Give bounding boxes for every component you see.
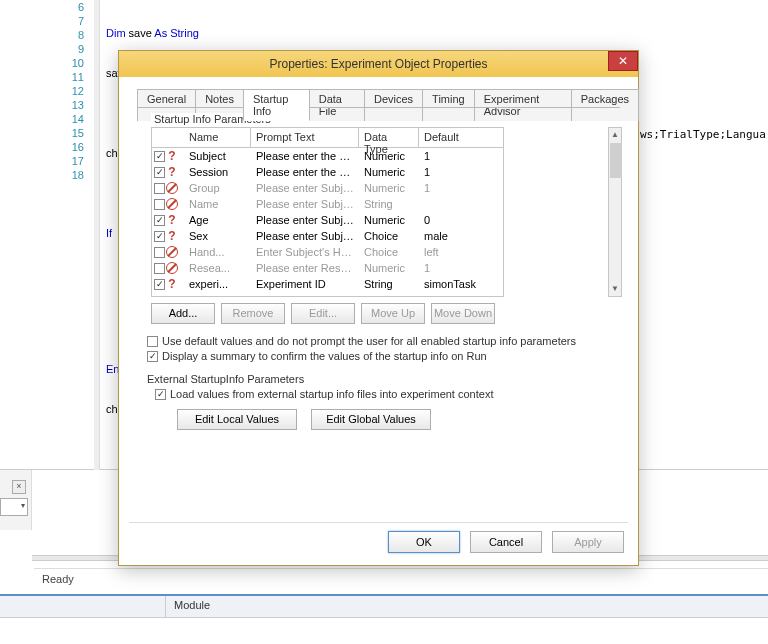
- scroll-down-icon[interactable]: ▼: [609, 282, 621, 296]
- remove-button[interactable]: Remove: [221, 303, 285, 324]
- load-external-label: Load values from external startup info f…: [170, 388, 493, 400]
- use-defaults-label: Use default values and do not prompt the…: [162, 335, 576, 347]
- list-scrollbar[interactable]: ▲ ▼: [608, 127, 622, 297]
- line-gutter: 678 91011 121314 151617 18: [52, 0, 92, 182]
- hdr-prompt[interactable]: Prompt Text: [251, 128, 359, 147]
- apply-button[interactable]: Apply: [552, 531, 624, 553]
- row-checkbox[interactable]: [154, 263, 165, 274]
- row-checkbox[interactable]: ✓: [154, 279, 165, 290]
- disabled-icon: [166, 182, 178, 194]
- panel-dropdown[interactable]: [0, 498, 28, 516]
- scroll-thumb[interactable]: [610, 143, 622, 178]
- table-row[interactable]: GroupPlease enter Subject'...Numeric1: [152, 180, 503, 196]
- table-row[interactable]: ✓?SessionPlease enter the Ses...Numeric1: [152, 164, 503, 180]
- table-row[interactable]: Hand...Enter Subject's Hand...Choiceleft: [152, 244, 503, 260]
- table-row[interactable]: ✓?SexPlease enter Subject'...Choicemale: [152, 228, 503, 244]
- table-row[interactable]: Resea...Please enter Resear...Numeric1: [152, 260, 503, 276]
- overflow-code: ws;TrialType;Langua: [640, 128, 766, 141]
- row-checkbox[interactable]: [154, 183, 165, 194]
- row-checkbox[interactable]: ✓: [154, 151, 165, 162]
- list-header: Name Prompt Text Data Type Default: [152, 128, 503, 148]
- params-list: Name Prompt Text Data Type Default ✓?Sub…: [151, 127, 504, 297]
- question-icon: ?: [166, 229, 178, 243]
- hdr-default[interactable]: Default: [419, 128, 503, 147]
- disabled-icon: [166, 198, 178, 210]
- cancel-button[interactable]: Cancel: [470, 531, 542, 553]
- bottom-col-module[interactable]: Module: [165, 596, 218, 618]
- display-summary-checkbox[interactable]: ✓: [147, 351, 158, 362]
- question-icon: ?: [166, 277, 178, 291]
- scroll-up-icon[interactable]: ▲: [609, 128, 621, 142]
- use-defaults-checkbox[interactable]: [147, 336, 158, 347]
- table-row[interactable]: ✓?experi...Experiment IDStringsimonTask: [152, 276, 503, 292]
- table-row[interactable]: ✓?AgePlease enter Subject'...Numeric0: [152, 212, 503, 228]
- close-button[interactable]: ✕: [608, 51, 638, 71]
- display-summary-label: Display a summary to confirm the values …: [162, 350, 487, 362]
- hdr-name[interactable]: Name: [184, 128, 251, 147]
- edit-button[interactable]: Edit...: [291, 303, 355, 324]
- disabled-icon: [166, 246, 178, 258]
- bottom-pane: Module: [0, 594, 768, 644]
- row-checkbox[interactable]: [154, 247, 165, 258]
- dialog-titlebar[interactable]: Properties: Experiment Object Properties…: [119, 51, 638, 77]
- question-icon: ?: [166, 149, 178, 163]
- question-icon: ?: [166, 165, 178, 179]
- dialog-title: Properties: Experiment Object Properties: [269, 57, 487, 71]
- properties-dialog: Properties: Experiment Object Properties…: [118, 50, 639, 566]
- question-icon: ?: [166, 213, 178, 227]
- movedown-button[interactable]: Move Down: [431, 303, 495, 324]
- tab-startup-info[interactable]: Startup Info: [243, 89, 310, 121]
- moveup-button[interactable]: Move Up: [361, 303, 425, 324]
- edit-local-button[interactable]: Edit Local Values: [177, 409, 297, 430]
- table-row[interactable]: ✓?SubjectPlease enter the Sub...Numeric1: [152, 148, 503, 164]
- row-checkbox[interactable]: ✓: [154, 167, 165, 178]
- hdr-datatype[interactable]: Data Type: [359, 128, 419, 147]
- edit-global-button[interactable]: Edit Global Values: [311, 409, 431, 430]
- load-external-checkbox[interactable]: ✓: [155, 389, 166, 400]
- status-bar: Ready: [34, 568, 768, 588]
- external-group-label: External StartupInfo Parameters: [147, 373, 304, 385]
- row-checkbox[interactable]: ✓: [154, 215, 165, 226]
- add-button[interactable]: Add...: [151, 303, 215, 324]
- bottom-col1: [0, 596, 51, 614]
- panel-close-icon[interactable]: ×: [12, 480, 26, 494]
- row-checkbox[interactable]: ✓: [154, 231, 165, 242]
- ok-button[interactable]: OK: [388, 531, 460, 553]
- table-row[interactable]: NamePlease enter Subject'...String: [152, 196, 503, 212]
- row-checkbox[interactable]: [154, 199, 165, 210]
- disabled-icon: [166, 262, 178, 274]
